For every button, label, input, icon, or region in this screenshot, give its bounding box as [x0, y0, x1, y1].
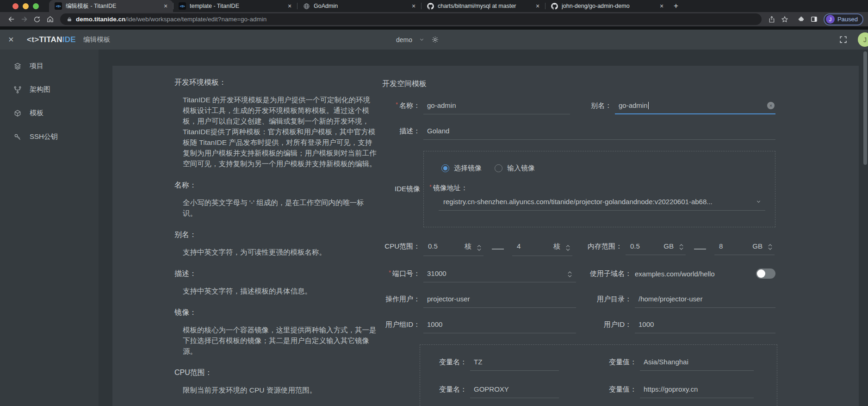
cpu-unit: 核: [465, 242, 471, 251]
stepper-arrows-icon[interactable]: [567, 270, 572, 279]
back-icon[interactable]: [5, 13, 18, 25]
op-user-input[interactable]: projector-user: [423, 295, 576, 308]
fullscreen-icon[interactable]: [839, 35, 848, 44]
stepper-arrows-icon[interactable]: [679, 243, 684, 251]
sidebar-item-label: SSH公钥: [30, 132, 58, 141]
var-name-input[interactable]: TZ: [470, 358, 559, 371]
share-icon[interactable]: [765, 13, 778, 25]
help-body: TitanIDE 的开发环境模板是为用户提供一个可定制化的环境模板设计工具，生成…: [174, 94, 377, 169]
image-address-select[interactable]: registry.cn-shenzhen.aliyuncs.com/titani…: [439, 198, 765, 211]
var-value-input[interactable]: Asia/Shanghai: [640, 358, 754, 371]
var-value-input[interactable]: https://goproxy.cn: [640, 385, 754, 398]
sidebar-item-label: 项目: [30, 62, 43, 70]
chevron-down-icon[interactable]: [419, 37, 425, 43]
forward-icon[interactable]: [18, 13, 31, 25]
port-value: 31000: [427, 269, 446, 277]
side-panel-icon[interactable]: [808, 13, 821, 25]
extensions-puzzle-icon[interactable]: [795, 13, 808, 25]
url-path: /ide/web/workspace/template/edit?name=go…: [125, 16, 267, 23]
description-input[interactable]: Goland: [423, 127, 775, 140]
group-id-input[interactable]: 1000: [423, 320, 576, 333]
gear-icon[interactable]: [431, 36, 439, 44]
browser-tab-edit-template[interactable]: <t> 编辑模板 - TitanIDE ×: [49, 0, 173, 12]
globe-icon: [303, 2, 310, 10]
sidebar-item-label: 模板: [30, 109, 43, 118]
titanide-favicon-icon: <t>: [55, 2, 62, 10]
vertical-scrollbar[interactable]: [863, 51, 867, 165]
home-icon[interactable]: [43, 13, 56, 25]
name-label: 名称：: [382, 101, 420, 110]
close-window-icon[interactable]: [12, 3, 19, 9]
sidebar-item-templates[interactable]: 模板: [0, 101, 99, 125]
user-id-input[interactable]: 1000: [635, 320, 775, 333]
key-icon: [13, 133, 22, 141]
memory-max-value: 8: [719, 242, 723, 250]
ide-image-label: IDE镜像: [382, 185, 420, 194]
clear-input-icon[interactable]: ×: [767, 102, 775, 109]
help-heading: CPU范围：: [174, 368, 377, 378]
range-dash: [492, 249, 504, 250]
browser-tab-charts-bitnami-mysql[interactable]: charts/bitnami/mysql at master ×: [421, 0, 545, 12]
new-tab-button[interactable]: +: [669, 0, 683, 12]
alias-input[interactable]: go-admin ×: [615, 101, 775, 114]
github-icon: [551, 2, 558, 10]
sidebar-item-ssh-keys[interactable]: SSH公钥: [0, 125, 99, 149]
reload-icon[interactable]: [31, 13, 43, 25]
memory-min-input[interactable]: 0.5 GB: [626, 242, 686, 255]
profile-status-label: Paused: [837, 16, 858, 23]
radio-select-image[interactable]: 选择镜像: [441, 164, 482, 173]
sidebar-item-projects[interactable]: 项目: [0, 54, 99, 78]
bookmark-star-icon[interactable]: [778, 13, 791, 25]
main-area: 开发环境模板： TitanIDE 的开发环境模板是为用户提供一个可定制化的环境模…: [99, 50, 868, 406]
alias-label: 别名：: [570, 101, 612, 110]
tab-title: GoAdmin: [314, 3, 406, 9]
page-top-strip: [0, 26, 868, 30]
logo-ide: IDE: [62, 35, 76, 44]
subdomain-toggle[interactable]: [756, 269, 775, 279]
user-dir-label: 用户目录：: [590, 295, 632, 304]
macos-window-controls[interactable]: [0, 0, 49, 12]
page-title: 编辑模板: [83, 35, 110, 44]
var-name-input[interactable]: GOPROXY: [470, 385, 559, 398]
image-address-label: 镜像地址：: [429, 184, 775, 193]
form-title: 开发空间模板: [382, 79, 775, 89]
var-value-label: 变量值：: [605, 358, 637, 367]
tab-close-icon[interactable]: ×: [286, 2, 293, 10]
port-label: 端口号：: [382, 269, 420, 278]
help-body: 支持中英文字符，描述模板的具体信息。: [174, 286, 377, 296]
name-input[interactable]: go-admin: [423, 101, 570, 114]
cpu-min-input[interactable]: 0.5 核: [423, 242, 484, 256]
radio-unselected-icon[interactable]: [495, 164, 502, 172]
profile-avatar: J: [826, 15, 835, 24]
tab-close-icon[interactable]: ×: [534, 2, 541, 10]
user-dir-input[interactable]: /home/projector-user: [635, 295, 775, 308]
tab-close-icon[interactable]: ×: [162, 2, 169, 10]
browser-profile-button[interactable]: J Paused: [824, 13, 863, 25]
stepper-arrows-icon[interactable]: [565, 244, 570, 252]
browser-tab-go-admin-demo[interactable]: john-deng/go-admin-demo ×: [545, 0, 669, 12]
template-form: 开发空间模板 名称： go-admin 别名： go-admin ×: [382, 77, 775, 406]
tab-title: john-deng/go-admin-demo: [562, 3, 654, 9]
sidebar-item-architecture[interactable]: 架构图: [0, 78, 99, 101]
memory-max-input[interactable]: 8 GB: [714, 242, 775, 255]
zoom-window-icon[interactable]: [33, 3, 39, 9]
user-avatar[interactable]: J: [858, 32, 868, 47]
browser-tab-goadmin[interactable]: GoAdmin ×: [297, 0, 421, 12]
lock-icon[interactable]: [67, 16, 72, 22]
port-input[interactable]: 31000: [423, 269, 576, 282]
tab-close-icon[interactable]: ×: [658, 2, 665, 10]
minimize-window-icon[interactable]: [23, 3, 29, 9]
group-id-label: 用户组ID：: [382, 320, 420, 329]
cpu-max-input[interactable]: 4 核: [512, 242, 572, 256]
address-bar[interactable]: demo.titanide.cn/ide/web/workspace/templ…: [60, 13, 762, 25]
radio-input-image[interactable]: 输入镜像: [495, 164, 535, 173]
radio-selected-icon[interactable]: [441, 164, 449, 172]
stepper-arrows-icon[interactable]: [477, 244, 482, 252]
chevron-down-icon[interactable]: [756, 199, 762, 205]
stepper-arrows-icon[interactable]: [768, 243, 773, 251]
close-editor-icon[interactable]: ×: [8, 34, 20, 45]
var-name-label: 变量名：: [435, 358, 467, 367]
workspace-selector[interactable]: demo: [396, 36, 412, 44]
tab-close-icon[interactable]: ×: [410, 2, 417, 10]
browser-tab-template[interactable]: <t> template - TitanIDE ×: [173, 0, 297, 12]
